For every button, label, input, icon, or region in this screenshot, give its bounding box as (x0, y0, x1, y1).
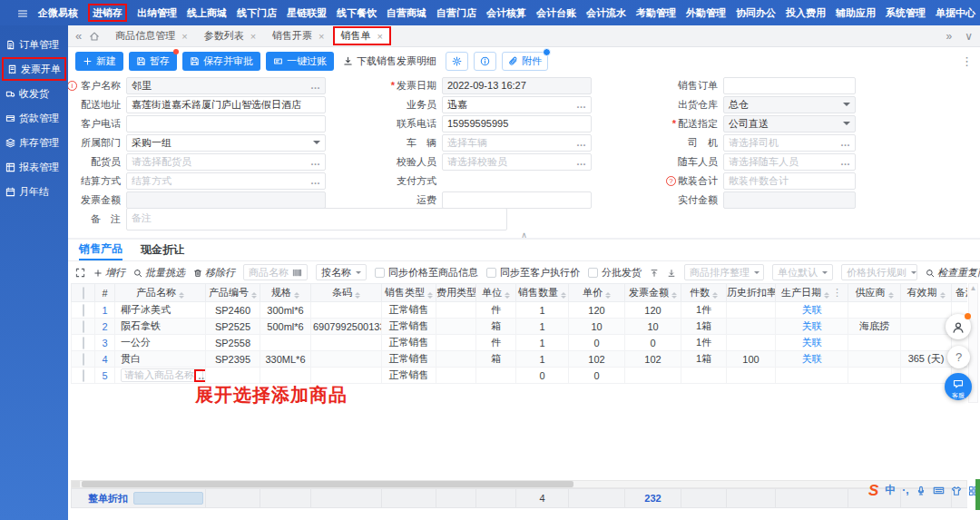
attachment-button[interactable]: 附件 (502, 52, 548, 71)
row-select-cell[interactable] (72, 302, 95, 319)
column-header-条码[interactable]: 条码 (311, 284, 382, 302)
sync-price-checkbox[interactable]: 同步价格至商品信息 (375, 266, 478, 280)
top-nav-item[interactable]: 考勤管理 (636, 5, 676, 20)
sort-icon[interactable] (605, 292, 611, 299)
post-button[interactable]: 一键过账 (266, 52, 334, 71)
top-nav-item[interactable]: 进销存 (88, 4, 127, 22)
sort-icon[interactable] (505, 292, 510, 299)
field-input-运费[interactable] (442, 191, 592, 209)
ellipsis-button[interactable]: … (573, 137, 586, 148)
add-row-button[interactable]: 增行 (93, 266, 125, 280)
sort-icon[interactable] (427, 292, 433, 299)
top-nav-item[interactable]: 线上商城 (187, 5, 227, 20)
field-input-客户名称[interactable]: 邻里… (126, 77, 326, 94)
field-input-客户电话[interactable] (126, 115, 326, 132)
top-nav-item[interactable]: 星链联盟 (287, 5, 327, 20)
download-invoice-detail-link[interactable]: 下载销售发票明细 (339, 52, 440, 71)
batch-pick-button[interactable]: 批量挑选 (133, 266, 185, 280)
expand-tabs-icon[interactable]: » (946, 30, 953, 43)
close-icon[interactable]: × (318, 31, 324, 42)
field-input-联系电话[interactable]: 15959595995 (442, 115, 592, 132)
search-mode-select[interactable]: 按名称 (316, 264, 367, 280)
menu-icon[interactable] (17, 5, 28, 21)
draft-save-button[interactable]: 暂存 (129, 52, 177, 71)
column-header-发票金额[interactable]: 发票金额 (625, 284, 681, 302)
unit-default-select[interactable]: 单位默认 (772, 264, 833, 280)
sidebar-item-货款管理[interactable]: 货款管理 (2, 106, 66, 130)
checkbox-icon[interactable] (83, 304, 84, 317)
field-input-业务员[interactable]: 迅嘉… (442, 96, 592, 113)
column-header-单价[interactable]: 单价 (569, 284, 625, 302)
sort-icon[interactable] (824, 292, 829, 299)
top-nav-item[interactable]: 自营门店 (436, 5, 476, 20)
page-scrollbar[interactable] (975, 479, 980, 510)
field-input-销售订单[interactable] (723, 77, 856, 94)
column-header-规格[interactable]: 规格 (260, 284, 311, 302)
field-input-所属部门[interactable]: 采购一组 (126, 134, 326, 152)
product-search-input[interactable]: 商品名称 (243, 264, 308, 280)
sort-icon[interactable] (712, 292, 718, 299)
column-header-产品编号[interactable]: 产品编号 (206, 284, 260, 302)
field-input-出货仓库[interactable]: 总仓 (723, 96, 856, 113)
field-input-配送地址[interactable]: 嘉莲街道嘉禾路厦门庐山智选假日酒店 (126, 96, 326, 113)
relate-link[interactable]: 关联 (802, 337, 822, 348)
mic-icon[interactable] (916, 484, 926, 496)
tab-销售开票[interactable]: 销售开票× (264, 27, 332, 44)
sort-icon[interactable] (294, 292, 299, 299)
top-nav-item[interactable]: 会计台账 (536, 5, 576, 20)
settings-button[interactable] (446, 52, 468, 71)
tab-参数列表[interactable]: 参数列表× (196, 27, 264, 44)
detail-tab-现金折让[interactable]: 现金折让 (141, 240, 184, 260)
column-header-供应商[interactable]: 供应商 (848, 284, 901, 302)
top-nav-item[interactable]: 线下门店 (237, 5, 277, 20)
sync-customer-price-checkbox[interactable]: 同步至客户执行价 (486, 266, 580, 280)
column-header-费用类型[interactable]: 费用类型 (436, 284, 476, 302)
top-nav-item[interactable]: 出纳管理 (137, 5, 177, 20)
fullscreen-icon[interactable] (75, 267, 85, 279)
top-nav-item[interactable]: 系统管理 (886, 5, 926, 20)
tab-商品信息管理[interactable]: 商品信息管理× (107, 27, 195, 44)
top-nav-item[interactable]: 企微易核 (38, 5, 78, 20)
move-top-icon[interactable] (650, 267, 659, 278)
customer-service-button[interactable]: 客服 (945, 373, 972, 400)
collapse-tabs-icon[interactable]: « (75, 29, 82, 43)
field-input-配货员[interactable]: 请选择配货员… (126, 153, 326, 171)
row-select-cell[interactable] (72, 351, 95, 368)
field-input-发票日期[interactable]: 2022-09-13 16:27 (442, 77, 592, 94)
ellipsis-button[interactable]: … (837, 137, 850, 148)
field-input-司机[interactable]: 请选择司机… (723, 134, 856, 152)
column-header-有效期[interactable]: 有效期 (901, 284, 952, 302)
checkbox-icon[interactable] (83, 369, 84, 382)
ellipsis-button[interactable]: … (307, 175, 320, 186)
check-duplicate-button[interactable]: 检查重复商品 (926, 266, 980, 280)
sort-icon[interactable] (671, 292, 677, 299)
ellipsis-button[interactable]: … (573, 99, 586, 110)
product-name-input[interactable]: 请输入商品名称… (121, 368, 203, 382)
row-select-cell[interactable] (72, 335, 95, 351)
ime-lang-toggle[interactable]: 中 (885, 483, 896, 498)
field-input-散装合计[interactable]: 散装件数合计 (723, 172, 856, 190)
top-nav-item[interactable]: 投入费用 (786, 5, 826, 20)
close-icon[interactable]: × (377, 31, 383, 42)
column-header-销售数量[interactable]: 销售数量 (516, 284, 569, 302)
more-options-icon[interactable]: ⋮ (961, 54, 973, 68)
barcode-icon[interactable] (292, 267, 302, 279)
sidebar-item-月年结[interactable]: 月年结 (2, 180, 66, 203)
column-header-销售类型[interactable]: 销售类型 (382, 284, 436, 302)
column-more-icon[interactable]: ⋮ (832, 287, 842, 298)
sort-icon[interactable] (355, 292, 360, 299)
top-nav-item[interactable]: 单据中心 (936, 5, 975, 20)
column-header-备注[interactable]: 备注 (952, 284, 968, 302)
scroll-left-box[interactable] (72, 481, 80, 487)
field-input-支付方式[interactable] (442, 172, 592, 190)
info-button[interactable] (474, 52, 496, 71)
close-icon[interactable]: × (181, 31, 187, 42)
chevron-down-icon[interactable] (843, 103, 850, 110)
select-all-header[interactable] (72, 284, 95, 302)
field-input-结算方式[interactable]: 结算方式… (126, 172, 326, 190)
chevron-down-icon[interactable]: ∨ (965, 30, 973, 43)
top-nav-item[interactable]: 协同办公 (736, 5, 776, 20)
product-sort-select[interactable]: 商品排序整理 (684, 264, 764, 280)
sidebar-item-订单管理[interactable]: 订单管理 (2, 33, 66, 56)
save-approve-button[interactable]: 保存并审批 (182, 52, 260, 71)
